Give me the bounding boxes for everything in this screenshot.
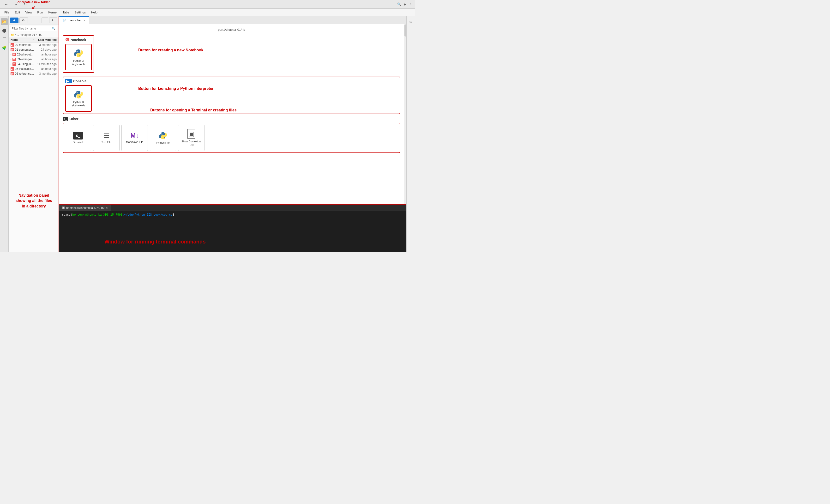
contextual-help-card[interactable]: ▣ Show Contextual Help (178, 125, 204, 151)
launcher-panel: part1/chapter-01/nb 🖼 Notebook (59, 24, 404, 204)
launcher-scrollbar[interactable] (404, 24, 406, 204)
svg-point-32 (161, 133, 162, 134)
svg-rect-2 (11, 45, 13, 45)
menu-view[interactable]: View (23, 10, 34, 15)
svg-point-31 (79, 96, 81, 97)
console-python-icon (74, 90, 83, 99)
list-item[interactable]: 06-references.ipynb 3 months ago (9, 71, 59, 76)
menu-tabs[interactable]: Tabs (60, 10, 71, 15)
text-file-card[interactable]: ☰ Text File (93, 125, 120, 151)
main-panel: A "Launcher" panel: 📄 Launcher × part1/c… (59, 16, 406, 252)
list-item[interactable]: 05-installation.ipynb an hour ago (9, 66, 59, 71)
play-icon: ▶ (404, 2, 406, 6)
list-item[interactable]: 01-computers-and-programs.ipynb 24 days … (9, 47, 59, 52)
contextual-help-icon: ▣ (187, 129, 195, 139)
search-input[interactable] (12, 27, 52, 30)
python-file-label: Python File (156, 141, 169, 144)
contextual-help-label: Show Contextual Help (178, 140, 204, 147)
notebook-python3-card[interactable]: Python 3(ipykernel) (65, 44, 92, 70)
python-file-card[interactable]: Python File (150, 125, 176, 151)
menu-run[interactable]: Run (35, 10, 45, 15)
notebook-icon (12, 62, 16, 66)
back-button[interactable]: ← (3, 1, 10, 7)
file-name: 04-using-jupyterlab.ipynb (17, 62, 35, 66)
menu-kernel[interactable]: Kernel (46, 10, 60, 15)
file-bullet: • (10, 58, 11, 61)
python-file-icon (159, 131, 167, 140)
list-item[interactable]: • 02-why-python.ipynb an hour ago (9, 52, 59, 57)
console-section-header: ▶_ Console (65, 79, 398, 83)
file-modified: 24 days ago (35, 48, 57, 52)
reload-button[interactable]: ↻ (22, 1, 28, 7)
forward-button[interactable]: → (12, 1, 19, 7)
svg-rect-23 (11, 69, 12, 70)
notebook-icon (10, 43, 14, 46)
terminal-card[interactable]: $_ Terminal (65, 125, 91, 151)
sidebar-commands-icon[interactable]: ☰ (1, 35, 8, 42)
settings-sidebar: ⚙ (406, 16, 415, 252)
breadcrumb: 📁 / ... / chapter-01 / nb / (9, 32, 59, 37)
console-section: ▶_ Console (63, 76, 400, 114)
notebook-python-icon (74, 49, 83, 58)
svg-point-29 (79, 55, 81, 56)
launcher-tab-close[interactable]: × (83, 19, 85, 22)
file-search-bar: 🔍 (10, 26, 57, 31)
svg-rect-22 (11, 69, 13, 69)
launcher-content-wrapper: part1/chapter-01/nb 🖼 Notebook (59, 24, 406, 204)
markdown-file-card[interactable]: M↓ Markdown File (122, 125, 148, 151)
menu-settings[interactable]: Settings (72, 10, 88, 15)
terminal-tab-label: hentenka@hentenka-XPS-15! (66, 206, 105, 210)
browser-right-icons: 🔍 ▶ ☆ (397, 2, 412, 6)
terminal-content[interactable]: (base) hentenka@hentenka-XPS-15-7590:~/e… (59, 211, 406, 252)
list-item[interactable]: • 04-using-jupyterlab.ipynb 11 minutes a… (9, 62, 59, 66)
svg-rect-25 (11, 73, 13, 73)
notebook-icon (12, 58, 16, 61)
file-list-header: Name ▲ Last Modified (9, 37, 59, 42)
other-section-label: Other (69, 117, 78, 121)
menu-help[interactable]: Help (89, 10, 100, 15)
file-modified: 3 months ago (35, 72, 57, 75)
terminal-tab-icon: ▣ (62, 207, 65, 209)
svg-rect-17 (13, 63, 15, 64)
svg-rect-14 (13, 59, 15, 60)
terminal-tab-close[interactable]: × (106, 206, 108, 210)
launcher-tab[interactable]: 📄 Launcher × (59, 16, 89, 24)
list-item[interactable]: • 03-writing-and-running-python-code.ipy… (9, 57, 59, 62)
annotation-new-notebook: Button for creating a new Notebook (138, 48, 215, 52)
console-python3-card[interactable]: Python 3(ipykernel) (65, 85, 92, 112)
notebook-icon (10, 48, 14, 52)
sidebar-files-icon[interactable]: 📂 (1, 18, 8, 25)
sort-icon: ▲ (33, 38, 35, 41)
svg-point-28 (76, 51, 77, 52)
terminal-base-text: (base) (62, 213, 72, 217)
list-item[interactable]: 00-motivation.ipynb 3 months ago (9, 42, 59, 47)
svg-rect-10 (13, 54, 15, 55)
other-section-icon: $_ (63, 117, 68, 121)
file-modified: an hour ago (35, 53, 57, 56)
app-container: File Edit View Run Kernel Tabs Settings … (0, 9, 415, 252)
terminal-tab[interactable]: ▣ hentenka@hentenka-XPS-15! × (59, 204, 110, 211)
upload-button[interactable]: ↑ (41, 17, 49, 23)
other-grid: $_ Terminal ☰ Text File (63, 123, 400, 153)
new-launcher-button[interactable]: + (10, 18, 19, 23)
zoom-icon: 🔍 (397, 2, 401, 6)
sidebar-extensions-icon[interactable]: 🧩 (1, 44, 8, 51)
svg-rect-26 (11, 73, 13, 74)
settings-gear-icon[interactable]: ⚙ (408, 18, 414, 26)
menu-edit[interactable]: Edit (12, 10, 22, 15)
refresh-button[interactable]: ↻ (49, 17, 57, 23)
file-bullet: • (10, 53, 11, 56)
other-section: $_ Other Buttons for opening a Terminal … (63, 117, 400, 153)
file-name: 06-references.ipynb (15, 72, 35, 75)
notebook-icon (12, 53, 16, 56)
file-name: 03-writing-and-running-python-code.ipynb (17, 58, 35, 61)
sidebar-circle-icon[interactable]: ⬤ (1, 27, 8, 34)
svg-rect-21 (11, 68, 13, 68)
file-panel: + 🗁 ↑ ↻ 🔍 📁 / ... / chapter-01 / nb / Na… (9, 16, 59, 252)
svg-point-33 (164, 137, 165, 138)
menu-file[interactable]: File (2, 10, 12, 15)
menu-bar: File Edit View Run Kernel Tabs Settings … (0, 9, 415, 16)
browser-chrome: ← → ↻ 🔍 ▶ ☆ (0, 0, 415, 9)
notebook-card-label: Python 3(ipykernel) (72, 59, 85, 66)
new-folder-button[interactable]: 🗁 (20, 17, 28, 23)
